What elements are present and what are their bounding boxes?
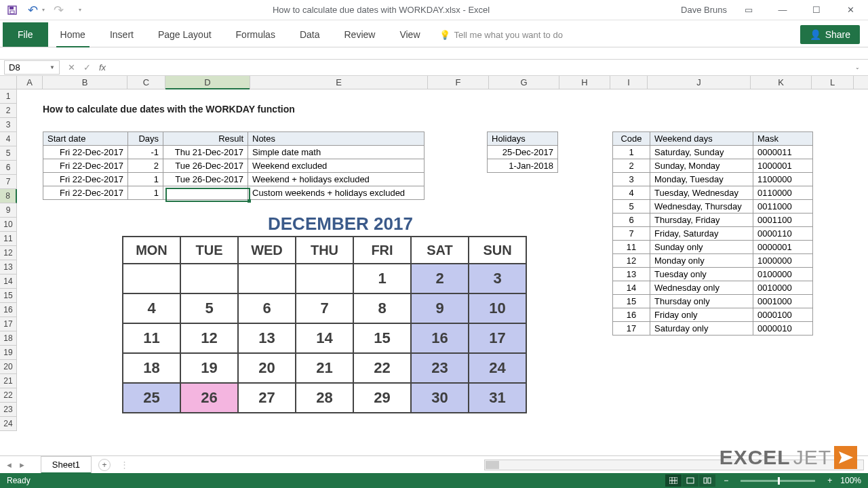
tab-review[interactable]: Review [332,22,388,47]
table-cell[interactable]: 17 [613,322,650,336]
col-header-C[interactable]: C [127,76,165,89]
row-header-9[interactable]: 9 [0,203,17,218]
tab-insert[interactable]: Insert [98,22,146,47]
qat-redo-icon[interactable]: ↷ [52,3,65,17]
table-cell[interactable]: Weekend excluded [248,159,425,173]
close-icon[interactable]: ✕ [838,2,863,18]
row-header-6[interactable]: 6 [0,161,17,175]
name-box-dropdown-icon[interactable]: ▼ [50,64,55,70]
row-header-4[interactable]: 4 [0,132,17,146]
col-header-F[interactable]: F [428,76,489,89]
row-header-19[interactable]: 19 [0,346,17,360]
zoom-slider[interactable] [741,480,815,482]
col-header-I[interactable]: I [610,76,648,89]
main-table[interactable]: Start dateDaysResultNotes Fri 22-Dec-201… [43,131,425,200]
row-header-24[interactable]: 24 [0,417,17,431]
table-cell[interactable]: 25-Dec-2017 [488,146,558,159]
table-cell[interactable]: Custom weekends + holidays excluded [248,186,425,200]
row-header-17[interactable]: 17 [0,317,17,331]
table-cell[interactable]: Wednesday, Thursday [650,200,753,214]
table-cell[interactable]: Friday only [650,308,753,322]
table-row[interactable]: 2Sunday, Monday1000001 [613,159,813,173]
fx-icon[interactable]: fx [96,62,108,73]
row-header-11[interactable]: 11 [0,232,17,246]
table-row[interactable]: 11Sunday only0000001 [613,241,813,254]
row-header-12[interactable]: 12 [0,246,17,260]
undo-dropdown-icon[interactable]: ▾ [42,7,45,13]
table-cell[interactable]: 0010000 [753,281,813,295]
table-cell[interactable]: Fri 22-Dec-2017 [43,146,128,159]
table-cell[interactable]: 15 [613,295,650,308]
table-cell[interactable]: Fri 22-Dec-2017 [43,173,128,186]
row-header-23[interactable]: 23 [0,403,17,417]
qat-undo-icon[interactable]: ↶ [26,3,39,17]
table-cell[interactable]: 13 [613,268,650,281]
table-row[interactable]: Fri 22-Dec-20171Custom weekends + holida… [43,186,425,200]
table-row[interactable]: 4Tuesday, Wednesday0110000 [613,186,813,200]
table-row[interactable]: 7Friday, Saturday0000110 [613,227,813,241]
table-cell[interactable]: Fri 22-Dec-2017 [43,186,128,200]
codes-table[interactable]: CodeWeekend daysMask 1Saturday, Sunday00… [612,131,813,336]
table-row[interactable]: Fri 22-Dec-20171Tue 26-Dec-2017Weekend +… [43,173,425,186]
table-cell[interactable]: 6 [613,214,650,227]
row-header-14[interactable]: 14 [0,274,17,289]
col-header-B[interactable]: B [43,76,127,89]
table-cell[interactable]: Saturday, Sunday [650,146,753,159]
table-cell[interactable]: 0011000 [753,200,813,214]
table-cell[interactable]: 1000000 [753,254,813,268]
row-header-16[interactable]: 16 [0,303,17,317]
table-row[interactable]: 14Wednesday only0010000 [613,281,813,295]
row-header-22[interactable]: 22 [0,388,17,403]
table-cell[interactable]: Tuesday, Wednesday [650,186,753,200]
view-normal-icon[interactable] [665,474,682,487]
sheet-nav-next-icon[interactable]: ► [17,461,27,469]
row-header-3[interactable]: 3 [0,118,17,132]
table-cell[interactable]: 0110000 [753,186,813,200]
tab-view[interactable]: View [387,22,432,47]
table-cell[interactable]: 0000010 [753,322,813,336]
cancel-formula-icon[interactable]: ✕ [65,62,78,73]
table-cell[interactable]: Monday, Tuesday [650,173,753,186]
sheet-tab-sheet1[interactable]: Sheet1 [41,456,92,474]
add-sheet-icon[interactable]: + [98,459,111,471]
table-cell[interactable]: Sunday, Monday [650,159,753,173]
table-row[interactable]: 15Thursday only0001000 [613,295,813,308]
table-cell[interactable]: 1 [613,146,650,159]
table-cell[interactable]: 5 [613,200,650,214]
table-row[interactable]: 1Saturday, Sunday0000011 [613,146,813,159]
share-button[interactable]: 👤Share [800,25,860,44]
table-cell[interactable]: 2 [613,159,650,173]
table-cell[interactable]: 16 [613,308,650,322]
table-cell[interactable]: Wednesday only [650,281,753,295]
table-row[interactable]: Fri 22-Dec-20172Tue 26-Dec-2017Weekend e… [43,159,425,173]
table-cell[interactable]: 1-Jan-2018 [488,159,558,173]
table-cell[interactable]: 0001000 [753,295,813,308]
view-page-layout-icon[interactable] [682,474,698,487]
table-cell[interactable]: Monday only [650,254,753,268]
tab-home[interactable]: Home [48,22,98,47]
sheet-nav-prev-icon[interactable]: ◄ [4,461,14,469]
row-header-8[interactable]: 8 [0,189,17,203]
enter-formula-icon[interactable]: ✓ [81,62,94,73]
maximize-icon[interactable]: ☐ [804,2,829,18]
table-cell[interactable]: 0000001 [753,241,813,254]
tell-me-input[interactable]: 💡Tell me what you want to do [433,23,570,47]
table-cell[interactable]: 1100000 [753,173,813,186]
table-cell[interactable]: Thursday, Friday [650,214,753,227]
table-cell[interactable]: 0000100 [753,308,813,322]
row-header-5[interactable]: 5 [0,146,17,161]
row-header-1[interactable]: 1 [0,89,17,104]
table-cell[interactable]: 0001100 [753,214,813,227]
table-cell[interactable]: 1 [128,186,163,200]
row-header-21[interactable]: 21 [0,374,17,388]
row-header-15[interactable]: 15 [0,289,17,303]
col-header-G[interactable]: G [489,76,559,89]
view-page-break-icon[interactable] [699,474,715,487]
table-row[interactable]: 3Monday, Tuesday1100000 [613,173,813,186]
row-header-7[interactable]: 7 [0,175,17,189]
minimize-icon[interactable]: — [770,2,795,18]
table-cell[interactable]: Sunday only [650,241,753,254]
formula-expand-icon[interactable]: ⌄ [851,64,864,70]
table-row[interactable]: 12Monday only1000000 [613,254,813,268]
table-row[interactable]: 16Friday only0000100 [613,308,813,322]
